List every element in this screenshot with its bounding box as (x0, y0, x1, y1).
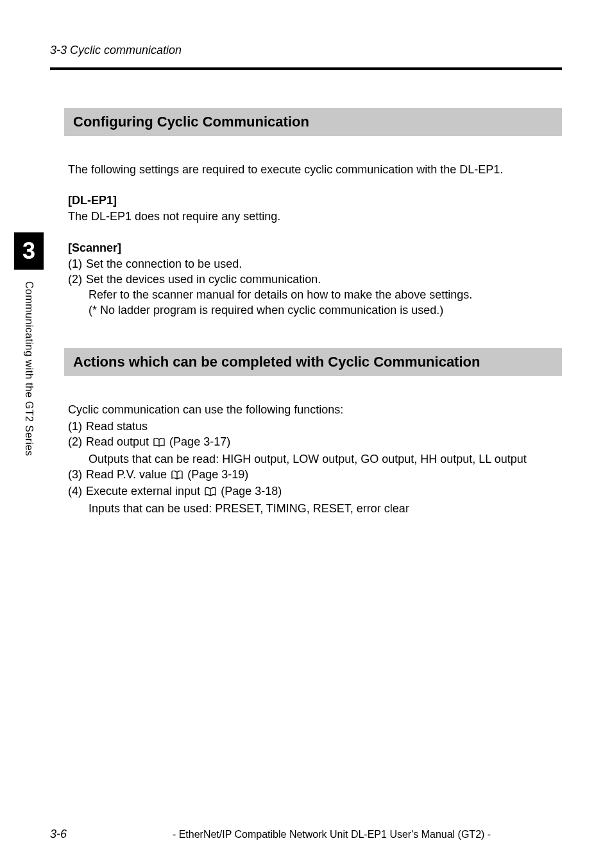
main-content: Configuring Cyclic Communication The fol… (64, 108, 562, 516)
dl-ep1-text: The DL-EP1 does not require any setting. (68, 209, 562, 224)
item2-detail: Outputs that can be read: HIGH output, L… (89, 451, 562, 467)
list-text: Execute external input (Page 3-18) (86, 483, 282, 500)
list-text: Set the devices used in cyclic communica… (86, 272, 321, 287)
list-text: Read status (86, 419, 148, 434)
list-item: (2) Read output (Page 3-17) (68, 434, 562, 451)
list-number: (4) (68, 483, 82, 500)
page-header: 3-3 Cyclic communication (50, 44, 562, 70)
list-number: (2) (68, 434, 82, 451)
list-item: (2) Set the devices used in cyclic commu… (68, 272, 562, 287)
section-heading-configuring: Configuring Cyclic Communication (64, 108, 562, 136)
page-ref: (Page 3-18) (221, 485, 282, 498)
item-prefix: Execute external input (86, 485, 200, 498)
list-number: (2) (68, 272, 82, 287)
actions-intro: Cyclic communication can use the followi… (68, 402, 562, 417)
list-item: (3) Read P.V. value (Page 3-19) (68, 467, 562, 483)
chapter-number-badge: 3 (14, 232, 44, 270)
book-icon (205, 485, 216, 500)
book-icon (153, 435, 165, 451)
footer-title: - EtherNet/IP Compatible Network Unit DL… (101, 829, 562, 840)
section-heading-actions: Actions which can be completed with Cycl… (64, 348, 562, 376)
list-text: Read P.V. value (Page 3-19) (86, 467, 248, 483)
dl-ep1-heading: [DL-EP1] (68, 194, 562, 207)
book-icon (171, 468, 183, 483)
scanner-heading: [Scanner] (68, 241, 562, 255)
scanner-note-2: (* No ladder program is required when cy… (89, 302, 562, 318)
list-item: (4) Execute external input (Page 3-18) (68, 483, 562, 500)
header-rule (50, 67, 562, 70)
list-item: (1) Set the connection to be used. (68, 256, 562, 272)
list-number: (1) (68, 256, 82, 272)
page-ref: (Page 3-17) (169, 435, 230, 448)
chapter-title-vertical: Communicating with the GT2 Series (23, 281, 35, 456)
section-label: 3-3 Cyclic communication (50, 44, 562, 64)
item4-detail: Inputs that can be used: PRESET, TIMING,… (89, 501, 562, 516)
page-number: 3-6 (50, 828, 101, 841)
item-prefix: Read output (86, 435, 149, 448)
item-prefix: Read P.V. value (86, 468, 167, 481)
list-number: (1) (68, 419, 82, 434)
page-ref: (Page 3-19) (187, 468, 248, 481)
actions-list: (1) Read status (2) Read output (Page 3-… (68, 419, 562, 516)
scanner-list: (1) Set the connection to be used. (2) S… (68, 256, 562, 318)
side-tab: 3 Communicating with the GT2 Series (14, 232, 44, 456)
list-number: (3) (68, 467, 82, 483)
page-footer: 3-6 - EtherNet/IP Compatible Network Uni… (50, 828, 562, 841)
list-text: Set the connection to be used. (86, 256, 242, 272)
list-text: Read output (Page 3-17) (86, 434, 230, 451)
intro-paragraph: The following settings are required to e… (68, 162, 562, 177)
scanner-note-1: Refer to the scanner manual for details … (89, 287, 562, 302)
list-item: (1) Read status (68, 419, 562, 434)
